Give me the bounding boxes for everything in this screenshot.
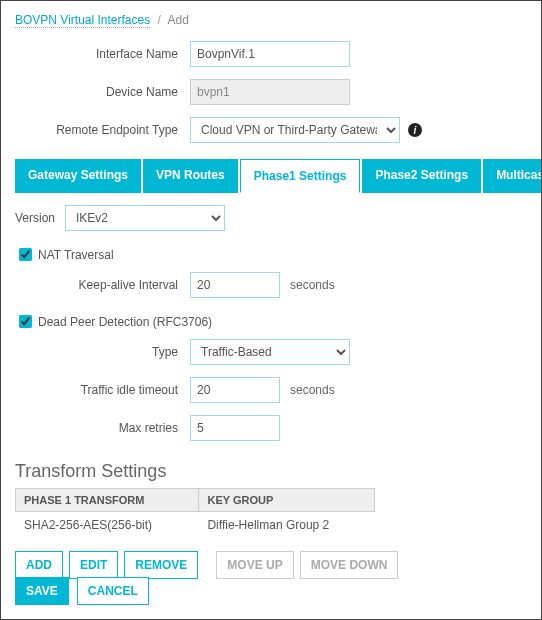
nat-traversal-checkbox[interactable] (19, 248, 32, 261)
idle-timeout-input[interactable] (190, 377, 280, 403)
tab-phase2-settings[interactable]: Phase2 Settings (362, 159, 481, 193)
dpd-checkbox[interactable] (19, 315, 32, 328)
tab-multicast-settings[interactable]: Multicast Settings (483, 159, 542, 193)
device-name-input (190, 79, 350, 105)
th-keygroup: KEY GROUP (199, 489, 375, 512)
edit-button[interactable]: EDIT (69, 551, 118, 579)
breadcrumb-current: Add (168, 13, 189, 27)
remove-button[interactable]: REMOVE (124, 551, 198, 579)
interface-name-input[interactable] (190, 41, 350, 67)
version-label: Version (15, 211, 55, 225)
tab-gateway-settings[interactable]: Gateway Settings (15, 159, 141, 193)
dpd-type-label: Type (15, 345, 190, 359)
device-name-label: Device Name (15, 85, 190, 99)
max-retries-input[interactable] (190, 415, 280, 441)
remote-endpoint-select[interactable]: Cloud VPN or Third-Party Gateway (190, 117, 400, 143)
info-icon[interactable]: i (408, 123, 422, 137)
transform-table: PHASE 1 TRANSFORM KEY GROUP SHA2-256-AES… (15, 488, 375, 539)
transform-heading: Transform Settings (15, 461, 527, 482)
tab-bar: Gateway Settings VPN Routes Phase1 Setti… (15, 159, 527, 193)
keepalive-input[interactable] (190, 272, 280, 298)
movedown-button: MOVE DOWN (300, 551, 399, 579)
version-select[interactable]: IKEv2 (65, 205, 225, 231)
save-button[interactable]: SAVE (15, 577, 69, 605)
tab-phase1-settings[interactable]: Phase1 Settings (240, 159, 361, 193)
interface-name-label: Interface Name (15, 47, 190, 61)
dpd-type-select[interactable]: Traffic-Based (190, 339, 350, 365)
cell-transform: SHA2-256-AES(256-bit) (16, 512, 199, 539)
th-transform: PHASE 1 TRANSFORM (16, 489, 199, 512)
keepalive-label: Keep-alive Interval (15, 278, 190, 292)
max-retries-label: Max retries (15, 421, 190, 435)
nat-traversal-label: NAT Traversal (38, 248, 114, 262)
remote-endpoint-label: Remote Endpoint Type (15, 123, 190, 137)
add-button[interactable]: ADD (15, 551, 63, 579)
cancel-button[interactable]: CANCEL (77, 577, 149, 605)
breadcrumb-parent[interactable]: BOVPN Virtual Interfaces (15, 13, 150, 28)
cell-keygroup: Diffie-Hellman Group 2 (199, 512, 375, 539)
breadcrumb: BOVPN Virtual Interfaces / Add (15, 13, 527, 27)
moveup-button: MOVE UP (216, 551, 293, 579)
tab-vpn-routes[interactable]: VPN Routes (143, 159, 238, 193)
breadcrumb-sep: / (158, 13, 161, 27)
idle-timeout-label: Traffic idle timeout (15, 383, 190, 397)
table-row[interactable]: SHA2-256-AES(256-bit) Diffie-Hellman Gro… (16, 512, 375, 539)
idle-timeout-unit: seconds (290, 383, 335, 397)
keepalive-unit: seconds (290, 278, 335, 292)
dpd-label: Dead Peer Detection (RFC3706) (38, 315, 212, 329)
